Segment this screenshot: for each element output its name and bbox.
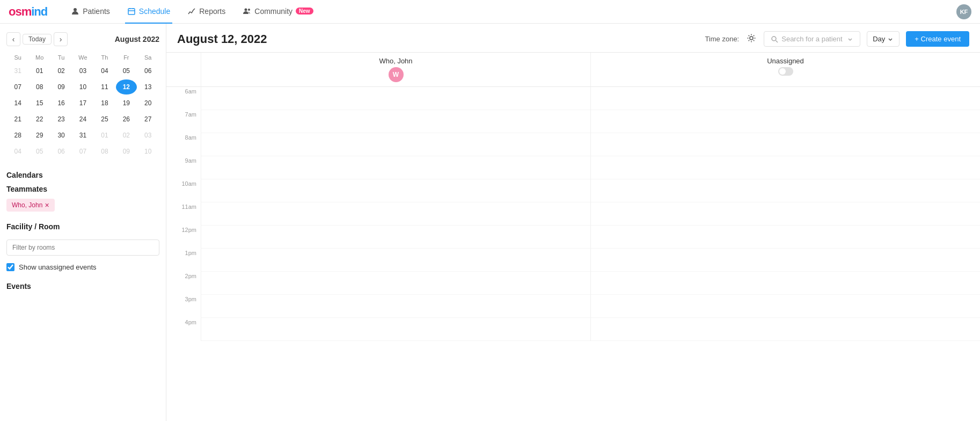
calendars-header: Calendars <box>6 171 159 179</box>
cal-day[interactable]: 29 <box>29 128 49 143</box>
cal-day[interactable]: 04 <box>8 144 28 159</box>
column-header-unassigned: Unassigned <box>590 53 980 86</box>
time-slot[interactable] <box>201 87 590 110</box>
calendar-area[interactable]: Who, John W Unassigned 6am7am8am9am10am1… <box>166 53 980 421</box>
show-unassigned-checkbox[interactable] <box>6 263 14 271</box>
time-slot[interactable] <box>591 226 980 249</box>
cal-day[interactable]: 09 <box>51 79 71 95</box>
time-slot[interactable] <box>201 318 590 341</box>
time-slot[interactable] <box>591 249 980 272</box>
cal-day[interactable]: 25 <box>94 112 115 127</box>
prev-month-button[interactable]: ‹ <box>6 32 20 46</box>
time-label: 2pm <box>166 272 201 295</box>
calendar-icon <box>127 7 136 16</box>
time-slot[interactable] <box>201 295 590 318</box>
cal-day[interactable]: 10 <box>138 144 158 159</box>
cal-day[interactable]: 15 <box>29 96 49 111</box>
time-slot[interactable] <box>201 133 590 156</box>
cal-day[interactable]: 07 <box>8 79 28 95</box>
cal-day[interactable]: 20 <box>138 96 158 111</box>
time-slot[interactable] <box>591 202 980 226</box>
logo: osmind <box>9 5 47 19</box>
cal-day[interactable]: 03 <box>72 63 93 78</box>
cal-day[interactable]: 21 <box>8 112 28 127</box>
cal-day[interactable]: 13 <box>138 79 158 95</box>
nav-reports[interactable]: Reports <box>185 0 228 24</box>
cal-day[interactable]: 08 <box>94 144 115 159</box>
cal-day[interactable]: 28 <box>8 128 28 143</box>
cal-day[interactable]: 11 <box>94 79 115 95</box>
nav-community[interactable]: Community New <box>240 0 315 24</box>
time-slot[interactable] <box>201 202 590 226</box>
cal-day[interactable]: 26 <box>116 112 136 127</box>
time-slot[interactable] <box>201 179 590 202</box>
nav-patients[interactable]: Patients <box>69 0 112 24</box>
cal-day[interactable]: 01 <box>29 63 49 78</box>
cal-day[interactable]: 30 <box>51 128 71 143</box>
create-event-button[interactable]: + Create event <box>906 31 969 47</box>
events-header: Events <box>6 282 159 291</box>
time-slot[interactable] <box>201 226 590 249</box>
time-slot[interactable] <box>201 156 590 179</box>
header-controls: Time zone: Search for a patient Day + Cr… <box>705 31 969 47</box>
user-avatar[interactable]: KF <box>956 4 971 19</box>
people-icon <box>243 7 251 16</box>
sidebar: ‹ Today › August 2022 Su Mo Tu We Th Fr … <box>0 24 166 421</box>
teammate-tag-who-john[interactable]: Who, John × <box>6 199 55 212</box>
cal-day[interactable]: 31 <box>72 128 93 143</box>
cal-day[interactable]: 10 <box>72 79 93 95</box>
chart-icon <box>187 7 196 16</box>
patient-search-box[interactable]: Search for a patient <box>764 31 860 47</box>
cal-day[interactable]: 04 <box>94 63 115 78</box>
time-slot[interactable] <box>591 87 980 110</box>
time-slot[interactable] <box>591 295 980 318</box>
svg-point-3 <box>248 9 250 11</box>
person-icon <box>71 7 79 16</box>
cal-day[interactable]: 06 <box>138 63 158 78</box>
cal-day[interactable]: 23 <box>51 112 71 127</box>
cal-day[interactable]: 16 <box>51 96 71 111</box>
time-slot[interactable] <box>591 318 980 341</box>
cal-day[interactable]: 24 <box>72 112 93 127</box>
cal-day[interactable]: 08 <box>29 79 49 95</box>
mini-calendar-header: ‹ Today › August 2022 <box>6 32 159 46</box>
cal-day[interactable]: 22 <box>29 112 49 127</box>
column-toggle-unassigned[interactable] <box>778 67 793 76</box>
time-slot[interactable] <box>591 179 980 202</box>
cal-day[interactable]: 02 <box>51 63 71 78</box>
current-date: August 12, 2022 <box>177 32 267 46</box>
time-slot[interactable] <box>591 133 980 156</box>
calendar-nav-group: ‹ Today › <box>6 32 68 46</box>
cal-day[interactable]: 19 <box>116 96 136 111</box>
cal-day[interactable]: 09 <box>116 144 136 159</box>
show-unassigned-label[interactable]: Show unassigned events <box>19 263 97 271</box>
cal-day[interactable]: 01 <box>94 128 115 143</box>
cal-day[interactable]: 17 <box>72 96 93 111</box>
cal-day[interactable]: 27 <box>138 112 158 127</box>
cal-day[interactable]: 12 <box>116 79 136 95</box>
new-badge: New <box>296 8 313 14</box>
cal-day[interactable]: 06 <box>51 144 71 159</box>
time-slot[interactable] <box>591 272 980 295</box>
next-month-button[interactable]: › <box>54 32 68 46</box>
time-slot[interactable] <box>591 156 980 179</box>
cal-day[interactable]: 07 <box>72 144 93 159</box>
cal-day[interactable]: 05 <box>116 63 136 78</box>
view-selector[interactable]: Day <box>867 31 899 47</box>
cal-day[interactable]: 05 <box>29 144 49 159</box>
cal-day[interactable]: 02 <box>116 128 136 143</box>
today-button[interactable]: Today <box>23 34 52 45</box>
cal-day[interactable]: 14 <box>8 96 28 111</box>
time-slot[interactable] <box>201 272 590 295</box>
room-filter-input[interactable] <box>6 239 159 256</box>
cal-day[interactable]: 31 <box>8 63 28 78</box>
teammate-tag-remove[interactable]: × <box>45 201 49 209</box>
time-slot[interactable] <box>591 110 980 133</box>
teammate-tags-container: Who, John × <box>6 199 159 212</box>
cal-day[interactable]: 03 <box>138 128 158 143</box>
timezone-settings-button[interactable] <box>745 32 757 46</box>
nav-schedule[interactable]: Schedule <box>125 0 172 24</box>
cal-day[interactable]: 18 <box>94 96 115 111</box>
time-slot[interactable] <box>201 110 590 133</box>
time-slot[interactable] <box>201 249 590 272</box>
